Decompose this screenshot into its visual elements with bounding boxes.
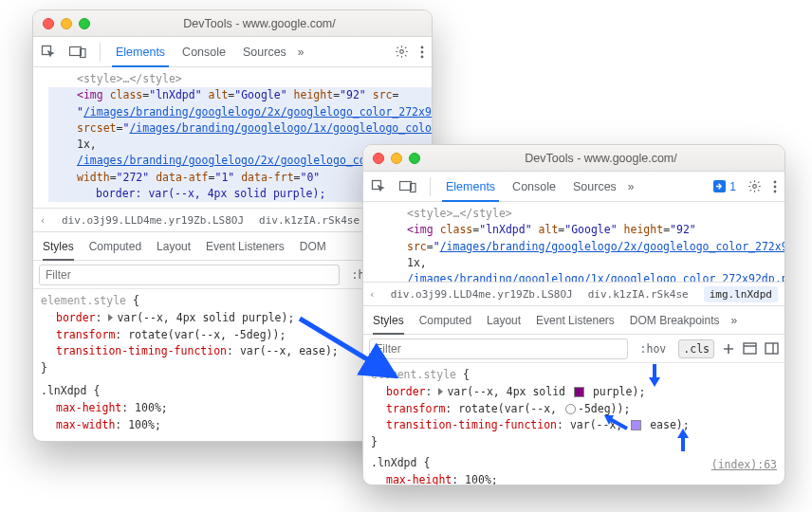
traffic-light-zoom[interactable]: [409, 153, 420, 164]
styles-subtabs: Styles Computed Layout Event Listeners D…: [363, 306, 784, 335]
traffic-light-minimize[interactable]: [61, 18, 72, 29]
svg-rect-8: [400, 181, 412, 190]
svg-point-4: [421, 46, 424, 48]
titlebar: DevTools - www.google.com/: [33, 10, 432, 37]
issues-badge[interactable]: 1: [713, 180, 736, 193]
devtools-window-after: DevTools - www.google.com/ Elements Cons…: [362, 144, 785, 485]
traffic-light-close[interactable]: [43, 18, 54, 29]
angle-swatch-icon[interactable]: [565, 404, 576, 414]
selector-lnxdpd: .lnXdpd: [41, 384, 86, 397]
window-title: DevTools - www.google.com/: [97, 17, 422, 30]
crumb-left-icon[interactable]: ‹: [369, 288, 376, 301]
selector-lnxdpd: .lnXdpd: [371, 456, 416, 469]
subtab-styles[interactable]: Styles: [43, 232, 74, 260]
filter-input[interactable]: [39, 265, 340, 285]
subtab-dom[interactable]: DOM: [300, 232, 326, 260]
tab-elements[interactable]: Elements: [114, 37, 167, 66]
tab-console[interactable]: Console: [180, 37, 228, 66]
svg-point-6: [421, 55, 424, 58]
svg-rect-14: [744, 343, 756, 354]
svg-rect-15: [766, 343, 778, 354]
subtab-layout[interactable]: Layout: [157, 232, 191, 260]
expand-icon[interactable]: [108, 314, 113, 321]
traffic-light-minimize[interactable]: [391, 153, 402, 164]
filter-input[interactable]: [369, 338, 628, 359]
srcset-link[interactable]: /images/branding/googlelogo/1x/googlelog…: [129, 121, 433, 135]
svg-point-12: [774, 185, 777, 188]
crumb-item-selected[interactable]: img.lnXdpd: [704, 286, 778, 302]
issues-icon: [713, 180, 726, 192]
crumb-item[interactable]: div.k1zIA.rSk4se: [259, 214, 360, 227]
bezier-swatch-icon[interactable]: [631, 420, 641, 430]
subtab-dom-breakpoints[interactable]: DOM Breakpoints: [630, 306, 720, 334]
crumb-item[interactable]: div.o3j99.LLD4me.yr19Zb.LS8OJ: [391, 288, 573, 301]
settings-gear-icon[interactable]: [395, 45, 409, 59]
src-link[interactable]: /images/branding/googlelogo/2x/googlelog…: [440, 240, 784, 253]
inspect-icon[interactable]: [371, 179, 386, 194]
issues-count: 1: [729, 180, 736, 193]
breadcrumb[interactable]: ‹ div.o3j99.LLD4me.yr19Zb.LS8OJ div.k1zI…: [363, 282, 784, 306]
kebab-menu-icon[interactable]: [773, 180, 777, 193]
separator: [100, 43, 101, 62]
srcset-link[interactable]: /images/branding/googlelogo/1x/googlelog…: [407, 272, 784, 282]
svg-point-11: [774, 180, 777, 183]
toggle-sidebar-icon[interactable]: [765, 342, 779, 355]
tab-sources[interactable]: Sources: [571, 172, 618, 201]
svg-point-5: [421, 50, 424, 53]
color-swatch-icon[interactable]: [574, 387, 584, 397]
computed-toggle-icon[interactable]: [743, 342, 757, 355]
svg-point-3: [400, 50, 404, 54]
inspect-icon[interactable]: [41, 45, 56, 60]
titlebar: DevTools - www.google.com/: [363, 145, 784, 172]
crumb-left-icon[interactable]: ‹: [39, 214, 46, 227]
dom-tree[interactable]: <style>…</style> <img class="lnXdpd" alt…: [363, 202, 784, 282]
tab-elements[interactable]: Elements: [444, 172, 497, 201]
main-toolbar: Elements Console Sources » 1: [363, 172, 784, 202]
subtab-styles[interactable]: Styles: [373, 306, 404, 334]
hov-toggle[interactable]: :hov: [636, 339, 672, 358]
src-link[interactable]: /images/branding/googlelogo/2x/googlelog…: [83, 105, 433, 119]
more-tabs-icon[interactable]: »: [298, 46, 304, 59]
expand-icon[interactable]: [438, 388, 443, 395]
svg-rect-1: [70, 46, 82, 55]
subtab-computed[interactable]: Computed: [419, 306, 471, 334]
more-tabs-icon[interactable]: »: [628, 180, 635, 193]
source-link[interactable]: (index):63: [711, 457, 777, 474]
style-node: <style>…</style>: [378, 206, 784, 222]
device-toggle-icon[interactable]: [399, 180, 416, 193]
tab-console[interactable]: Console: [510, 172, 558, 201]
styles-pane[interactable]: element.style { border: var(--x, 4px sol…: [363, 363, 784, 485]
subtab-event-listeners[interactable]: Event Listeners: [536, 306, 615, 334]
device-toggle-icon[interactable]: [69, 46, 86, 59]
subtab-event-listeners[interactable]: Event Listeners: [206, 232, 285, 260]
svg-point-10: [753, 185, 757, 189]
subtab-computed[interactable]: Computed: [89, 232, 141, 260]
styles-filter-bar: :hov .cls: [363, 335, 784, 363]
main-toolbar: Elements Console Sources »: [33, 37, 432, 67]
style-border-snippet: border: var(--x, 4px solid purple);: [77, 187, 325, 200]
svg-point-13: [774, 190, 777, 192]
tab-sources[interactable]: Sources: [241, 37, 288, 66]
more-subtabs-icon[interactable]: »: [731, 314, 738, 327]
crumb-item[interactable]: div.k1zIA.rSk4se: [588, 288, 689, 301]
traffic-light-zoom[interactable]: [79, 18, 90, 29]
traffic-light-close[interactable]: [373, 153, 384, 164]
new-style-rule-icon[interactable]: [722, 342, 735, 356]
window-title: DevTools - www.google.com/: [427, 152, 775, 165]
cls-toggle[interactable]: .cls: [678, 339, 714, 358]
settings-gear-icon[interactable]: [747, 179, 762, 193]
img-node[interactable]: <img class="lnXdpd" alt="Google" height=…: [378, 222, 784, 282]
subtab-layout[interactable]: Layout: [487, 306, 521, 334]
selector-element-style: element.style: [41, 294, 126, 307]
separator: [430, 177, 431, 196]
kebab-menu-icon[interactable]: [420, 46, 424, 59]
style-node: <style>…</style>: [48, 71, 432, 87]
selector-element-style: element.style: [371, 368, 456, 381]
crumb-item[interactable]: div.o3j99.LLD4me.yr19Zb.LS8OJ: [62, 214, 244, 227]
